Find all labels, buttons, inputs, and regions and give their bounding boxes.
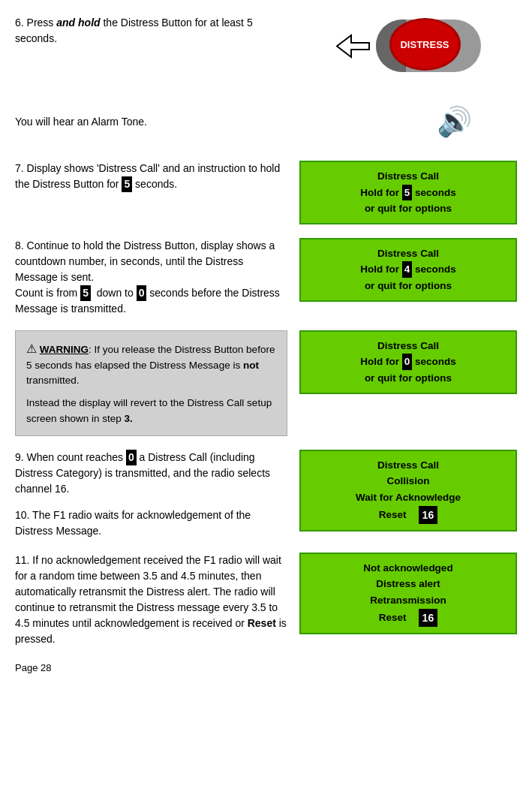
- page-number: Page 28: [15, 662, 517, 673]
- distress-button-label: DISTRESS: [400, 39, 449, 50]
- section-8: 8. Continue to hold the Distress Button,…: [15, 238, 517, 317]
- distress-button[interactable]: DISTRESS: [389, 18, 461, 71]
- display-box-7: Distress Call Hold for 5 seconds or quit…: [299, 161, 517, 224]
- displayW-line3: or quit for options: [310, 370, 506, 387]
- step7-highlight-5: 5: [122, 176, 132, 192]
- display9-line2: Collision: [310, 473, 506, 489]
- step8-highlight-5: 5: [80, 285, 91, 301]
- display8-line2: Hold for 4 seconds: [310, 261, 506, 278]
- display-box-11: Not acknowledged Distress alert Retransm…: [299, 553, 517, 634]
- step9-text-part1: 9. When count reaches: [15, 451, 126, 463]
- distress-illustration: DISTRESS: [336, 15, 481, 77]
- step6-text: 6. Press and hold the Distress Button fo…: [15, 15, 287, 47]
- display-box-warning: Distress Call Hold for 0 seconds or quit…: [299, 330, 517, 394]
- step11-text-part1: 11. If no acknowledgement received the F…: [15, 554, 281, 629]
- warning-display: Distress Call Hold for 0 seconds or quit…: [299, 330, 517, 394]
- page-28: 6. Press and hold the Distress Button fo…: [15, 15, 517, 673]
- section-7: 7. Display shows 'Distress Call' and an …: [15, 161, 517, 224]
- step9-10-text: 9. When count reaches 0 a Distress Call …: [15, 450, 287, 539]
- section-warning: ⚠ WARNING: If you release the Distress B…: [15, 330, 517, 436]
- display7-line2: Hold for 5 seconds: [310, 185, 506, 201]
- step9-highlight-0: 0: [126, 450, 137, 465]
- displayW-line1: Distress Call: [310, 338, 506, 354]
- step10-text: 10. The F1 radio waits for acknowledgeme…: [15, 507, 287, 539]
- speaker-icon: 🔊: [437, 105, 472, 138]
- display9-line3: Wait for Acknowledge: [310, 489, 506, 506]
- warning-title: WARNING: [40, 344, 89, 355]
- display-box-9: Distress Call Collision Wait for Acknowl…: [299, 450, 517, 531]
- display7-line3: or quit for options: [310, 200, 506, 217]
- step6-illustration: DISTRESS: [299, 15, 517, 84]
- step9-display: Distress Call Collision Wait for Acknowl…: [299, 450, 517, 531]
- step6-text-part1: 6. Press: [15, 17, 56, 29]
- step7-text: 7. Display shows 'Distress Call' and an …: [15, 161, 287, 192]
- display11-line3: Retransmission: [310, 592, 506, 609]
- step11-display: Not acknowledged Distress alert Retransm…: [299, 553, 517, 634]
- display11-line4: Reset 16: [310, 609, 506, 627]
- display11-ch16: 16: [419, 609, 438, 627]
- display-box-8: Distress Call Hold for 4 seconds or quit…: [299, 238, 517, 302]
- step11-text: 11. If no acknowledgement received the F…: [15, 553, 287, 647]
- section-6: 6. Press and hold the Distress Button fo…: [15, 15, 517, 84]
- warning-not: not: [243, 360, 259, 371]
- display9-line1: Distress Call: [310, 457, 506, 474]
- displayW-num: 0: [402, 354, 413, 370]
- warning-text2: transmitted.: [26, 375, 80, 386]
- warning-symbol: ⚠: [26, 342, 37, 355]
- step8-display: Distress Call Hold for 4 seconds or quit…: [299, 238, 517, 302]
- warning-box: ⚠ WARNING: If you release the Distress B…: [15, 330, 287, 436]
- step6-bold-italic: and hold: [56, 17, 100, 29]
- step7-display: Distress Call Hold for 5 seconds or quit…: [299, 161, 517, 224]
- warning-box-container: ⚠ WARNING: If you release the Distress B…: [15, 330, 287, 436]
- display8-line3: or quit for options: [310, 278, 506, 294]
- displayW-line2: Hold for 0 seconds: [310, 354, 506, 370]
- alarm-text: You will hear an Alarm Tone.: [15, 114, 147, 130]
- warning-step3: 3.: [125, 413, 133, 424]
- step8-highlight-0: 0: [137, 285, 147, 301]
- step7-text-part2: seconds.: [132, 178, 177, 190]
- display9-line4: Reset 16: [310, 506, 506, 524]
- distress-button-housing: DISTRESS: [376, 15, 481, 77]
- section-11: 11. If no acknowledgement received the F…: [15, 553, 517, 647]
- step11-reset: Reset: [248, 617, 276, 629]
- display8-line1: Distress Call: [310, 245, 506, 262]
- display11-line2: Distress alert: [310, 576, 506, 592]
- step8-text: 8. Continue to hold the Distress Button,…: [15, 238, 287, 317]
- display7-line1: Distress Call: [310, 168, 506, 185]
- section-9-10: 9. When count reaches 0 a Distress Call …: [15, 450, 517, 539]
- alarm-section: You will hear an Alarm Tone. 🔊: [15, 98, 517, 146]
- display9-ch16: 16: [419, 506, 438, 524]
- display8-num: 4: [402, 261, 413, 278]
- svg-marker-0: [337, 35, 369, 57]
- display7-num: 5: [402, 185, 413, 201]
- arrow-left-icon: [336, 33, 370, 59]
- display11-line1: Not acknowledged: [310, 560, 506, 577]
